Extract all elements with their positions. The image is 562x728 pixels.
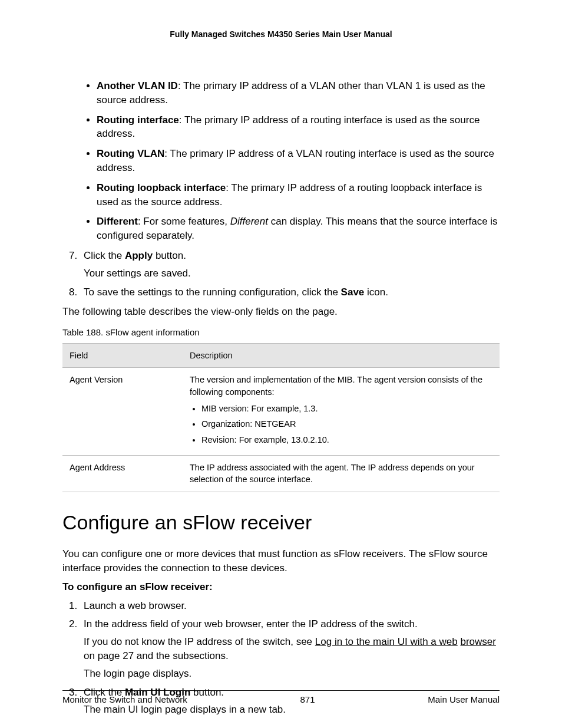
list-item: Routing interface: The primary IP addres… (97, 113, 500, 141)
text: To save the settings to the running conf… (84, 286, 341, 298)
desc-text: The version and implementation of the MI… (190, 375, 482, 396)
term: Routing loopback interface (97, 182, 226, 193)
link-text[interactable]: Log in to the main UI with a web (315, 636, 458, 647)
list-item: Revision: For example, 13.0.2.10. (201, 434, 492, 446)
list-item: Routing loopback interface: The primary … (97, 181, 500, 209)
apply-label: Apply (125, 250, 153, 261)
steps-continued: Click the Apply button. Your settings ar… (62, 249, 500, 299)
step-sub: The main UI login page displays in a new… (84, 703, 500, 717)
list-item: Routing VLAN: The primary IP address of … (97, 147, 500, 175)
text: icon. (364, 286, 388, 298)
cell-field: Agent Address (62, 455, 183, 492)
term: Different (97, 216, 138, 227)
text: Click the (84, 250, 125, 261)
cell-description: The IP address associated with the agent… (183, 455, 500, 492)
list-item: MIB version: For example, 1.3. (201, 403, 492, 414)
term: Routing interface (97, 114, 179, 126)
step-8: To save the settings to the running conf… (80, 285, 500, 299)
list-item: Another VLAN ID: The primary IP address … (97, 79, 500, 107)
table-row: Agent Version The version and implementa… (62, 368, 500, 455)
step-1: Launch a web browser. (80, 599, 500, 613)
page-footer: Monitor the Switch and Network 871 Main … (62, 686, 500, 704)
sflow-agent-table: Field Description Agent Version The vers… (62, 343, 500, 492)
cell-field: Agent Version (62, 368, 183, 455)
text: If you do not know the IP address of the… (84, 636, 315, 647)
document-header: Fully Managed Switches M4350 Series Main… (62, 29, 500, 39)
term: Another VLAN ID (97, 80, 178, 91)
link-text[interactable]: browser (460, 636, 495, 647)
table-header-description: Description (183, 344, 500, 368)
page-number: 871 (300, 694, 315, 704)
list-item: Organization: NETGEAR (201, 418, 492, 430)
cell-description: The version and implementation of the MI… (183, 368, 500, 455)
text: : For some features, (138, 216, 230, 227)
source-address-bullets: Another VLAN ID: The primary IP address … (62, 79, 500, 243)
table-intro-text: The following table describes the view-o… (62, 305, 500, 319)
italic-text: Different (230, 216, 268, 227)
table-header-field: Field (62, 344, 183, 368)
save-label: Save (341, 286, 365, 298)
footer-left: Monitor the Switch and Network (62, 694, 187, 704)
footer-rule (62, 690, 500, 691)
step-sub: Your settings are saved. (84, 266, 500, 281)
step-sub: If you do not know the IP address of the… (84, 635, 500, 663)
table-row: Agent Address The IP address associated … (62, 455, 500, 492)
table-caption: Table 188. sFlow agent information (62, 326, 500, 338)
section-title: Configure an sFlow receiver (62, 509, 500, 537)
text: button. (153, 250, 186, 261)
footer-right: Main User Manual (428, 694, 500, 704)
step-sub: The login page displays. (84, 667, 500, 681)
step-7: Click the Apply button. Your settings ar… (80, 249, 500, 281)
list-item-different: Different: For some features, Different … (97, 215, 500, 243)
text: on page 27 and the subsections. (84, 650, 229, 661)
desc-list: MIB version: For example, 1.3. Organizat… (190, 403, 492, 446)
text: In the address field of your web browser… (84, 618, 418, 630)
procedure-heading: To configure an sFlow receiver: (62, 580, 500, 594)
section-intro: You can configure one or more devices th… (62, 547, 500, 575)
step-2: In the address field of your web browser… (80, 617, 500, 680)
term: Routing VLAN (97, 148, 164, 159)
